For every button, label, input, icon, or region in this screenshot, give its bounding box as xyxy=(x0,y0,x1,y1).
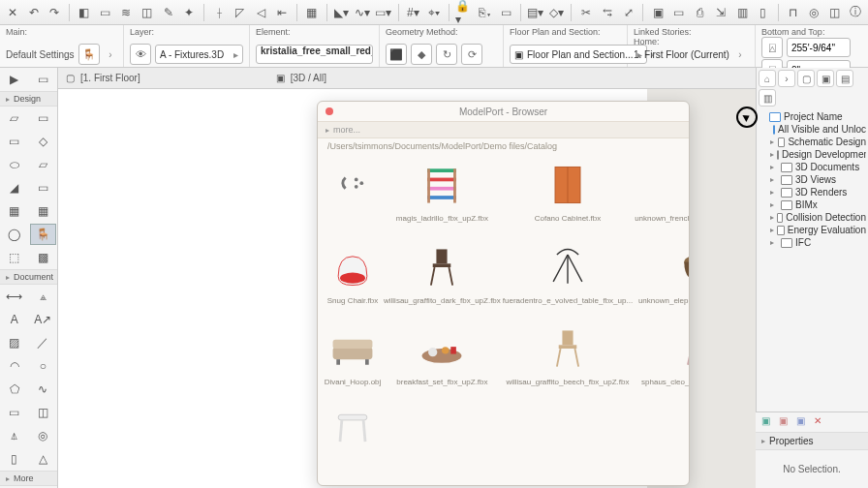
tree-item[interactable]: ▸3D Documents xyxy=(759,161,866,173)
layers-icon[interactable]: ≋ xyxy=(117,4,135,21)
camera-icon[interactable]: ▣ xyxy=(649,4,666,21)
nav-next-icon[interactable]: › xyxy=(778,70,795,87)
guide-icon[interactable]: ◎ xyxy=(805,4,822,21)
chevron-right-icon[interactable]: › xyxy=(733,45,747,64)
settings-chair-icon[interactable]: 🪑 xyxy=(78,44,100,65)
measure-icon[interactable]: ✂ xyxy=(577,4,595,21)
cursor-icon[interactable]: ✕ xyxy=(4,4,21,21)
tree-item[interactable]: ▸Design Development / C xyxy=(759,148,866,161)
browser-item[interactable]: Divani_Hoop.obj xyxy=(324,321,382,400)
navigator-tree[interactable]: Project Name All Visible and Unlocked▸Sc… xyxy=(759,110,866,249)
worksheet-tool-icon[interactable]: ▯ xyxy=(1,448,28,470)
top-value-input[interactable] xyxy=(787,38,851,57)
prop-icon-4[interactable]: ✕ xyxy=(814,415,827,429)
stair-tool-icon[interactable]: ▦ xyxy=(1,200,28,222)
pencil-icon[interactable]: ✎ xyxy=(160,4,177,21)
geom-mode-4-icon[interactable]: ⟳ xyxy=(461,44,482,65)
redo-icon[interactable]: ↷ xyxy=(46,4,63,21)
elev-tool-icon[interactable]: ⍋ xyxy=(1,425,28,446)
browser-item[interactable]: willisau_graffito_beech_fbx_upZ.fbx xyxy=(503,321,633,400)
slab-tool-icon[interactable]: ▱ xyxy=(30,154,57,175)
sheet-icon[interactable]: ▭ xyxy=(670,4,688,21)
browser-item[interactable]: fueradentro_e_volved_table_fbx_up... xyxy=(503,240,633,319)
tree-item[interactable]: ▸Energy Evaluation xyxy=(759,224,866,236)
level-tool-icon[interactable]: ⟁ xyxy=(30,286,57,307)
tree-item[interactable]: ▸BIMx xyxy=(759,198,866,211)
layer-eye-icon[interactable]: 👁 xyxy=(130,44,151,65)
tab-floorplan[interactable]: ▢[1. First Floor] xyxy=(66,73,140,83)
drawing-tool-icon[interactable]: ▭ xyxy=(1,402,28,423)
print-icon[interactable]: ⎙ xyxy=(692,4,709,21)
browser-item[interactable]: magis_ladrillo_fbx_upZ.fbx xyxy=(384,158,501,236)
text-tool-icon[interactable]: A xyxy=(1,309,28,330)
drop2-icon[interactable]: ∿▾ xyxy=(354,4,371,21)
detail-tool-icon[interactable]: ◎ xyxy=(30,425,57,446)
roof-tool-icon[interactable]: ◢ xyxy=(1,177,28,198)
curtain-tool-icon[interactable]: ▩ xyxy=(30,247,57,268)
dim-icon[interactable]: ⇤ xyxy=(273,4,291,21)
hatch-icon[interactable]: ▦ xyxy=(303,4,321,21)
grid-icon[interactable]: #▾ xyxy=(405,4,422,21)
spline-tool-icon[interactable]: ∿ xyxy=(30,379,57,400)
shell-tool-icon[interactable]: ▭ xyxy=(30,177,57,198)
tab-3d[interactable]: ▣[3D / All] xyxy=(276,73,326,83)
close-icon[interactable] xyxy=(326,107,333,115)
browser-more-button[interactable]: more... xyxy=(318,121,689,138)
wall-tool-icon[interactable]: ▱ xyxy=(1,107,28,129)
geom-mode-2-icon[interactable]: ◆ xyxy=(411,44,432,65)
prop-icon-2[interactable]: ▣ xyxy=(779,415,792,429)
browser-item[interactable] xyxy=(324,404,382,482)
element-field[interactable]: kristalia_free_small_red_obj xyxy=(256,45,373,64)
design-group[interactable]: Design xyxy=(0,91,57,107)
wand-icon[interactable]: ✦ xyxy=(180,4,198,21)
magnet-icon[interactable]: ⊓ xyxy=(785,4,802,21)
browser-item[interactable]: willisau_graffito_dark_fbx_upZ.fbx xyxy=(384,240,501,319)
ruler-icon[interactable]: ⟊ xyxy=(210,4,228,21)
nav-pub-icon[interactable]: ▥ xyxy=(759,89,776,107)
nav-project-icon[interactable]: ▢ xyxy=(797,70,815,87)
change-tool-icon[interactable]: △ xyxy=(30,448,57,470)
plan-icon[interactable]: ▭ xyxy=(97,4,114,21)
browser-item[interactable]: breakfast_set_fbx_upZ.fbx xyxy=(384,321,501,400)
tree-item[interactable]: ▸IFC xyxy=(759,236,866,249)
linked-value[interactable]: 1. First Floor (Current) xyxy=(634,49,729,60)
mesh-tool-icon[interactable]: ▦ xyxy=(30,200,57,222)
link-icon[interactable]: ⎘▾ xyxy=(477,4,494,21)
default-settings-button[interactable]: Default Settings xyxy=(6,49,75,60)
cube-icon[interactable]: ◧ xyxy=(76,4,93,21)
browser-item[interactable] xyxy=(324,158,382,236)
floorplan-select[interactable]: ▣Floor Plan and Section...▸ xyxy=(510,45,647,64)
arc-tool-icon[interactable]: ◠ xyxy=(1,355,28,377)
drop3-icon[interactable]: ▭▾ xyxy=(375,4,392,21)
label-tool-icon[interactable]: A↗ xyxy=(30,309,57,330)
column-tool-icon[interactable]: ◇ xyxy=(30,131,57,152)
tree-root[interactable]: Project Name xyxy=(759,110,866,123)
object-tool-icon[interactable]: 🪑 xyxy=(30,224,57,245)
section-tool-icon[interactable]: ◫ xyxy=(30,402,57,423)
browser-titlebar[interactable]: ModelPort - Browser xyxy=(318,102,689,121)
browser-item[interactable]: Cofano Cabinet.fbx xyxy=(503,158,633,236)
tree-item[interactable]: ▸3D Views xyxy=(759,173,866,186)
more-group[interactable]: More xyxy=(0,471,57,486)
extend-icon[interactable]: ⤢ xyxy=(620,4,637,21)
prop-icon-1[interactable]: ▣ xyxy=(761,415,775,429)
info-icon[interactable]: ⓘ xyxy=(848,4,865,21)
view-icon[interactable]: ◇▾ xyxy=(548,4,566,21)
layer-select[interactable]: A - Fixtures.3D▸ xyxy=(155,45,243,64)
geom-mode-1-icon[interactable]: ⬛ xyxy=(386,44,407,65)
tree-item[interactable]: All Visible and Unlocked xyxy=(759,123,866,136)
poly-tool-icon[interactable]: ⬠ xyxy=(1,379,28,400)
zone-tool-icon[interactable]: ⬚ xyxy=(1,247,28,268)
lock-icon[interactable]: 🔒▾ xyxy=(455,4,473,21)
drop1-icon[interactable]: ◣▾ xyxy=(333,4,351,21)
marquee-tool-icon[interactable]: ▭ xyxy=(30,69,57,90)
select-icon[interactable]: ▭ xyxy=(497,4,514,21)
fill-tool-icon[interactable]: ▨ xyxy=(1,332,28,353)
morph-tool-icon[interactable]: ◯ xyxy=(1,224,28,245)
section-icon[interactable]: ◫ xyxy=(139,4,156,21)
beam-tool-icon[interactable]: ⬭ xyxy=(1,154,28,175)
undo-icon[interactable]: ↶ xyxy=(25,4,43,21)
browser-item[interactable]: unknown_french_floor_lamp_fbx_up... xyxy=(635,158,689,236)
nav-view-icon[interactable]: ▣ xyxy=(817,70,834,87)
nav-layout-icon[interactable]: ▤ xyxy=(836,70,853,87)
